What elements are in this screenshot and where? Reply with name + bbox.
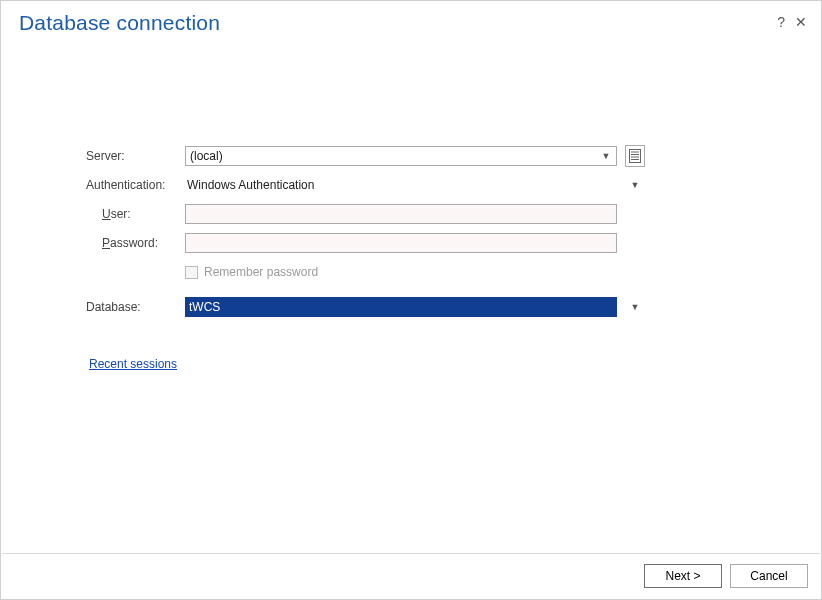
recent-sessions-link[interactable]: Recent sessions	[89, 357, 177, 371]
help-icon[interactable]: ?	[777, 15, 785, 29]
chevron-down-icon: ▼	[599, 151, 613, 161]
database-label: Database:	[86, 300, 185, 314]
server-row: Server: (local) ▼	[86, 145, 746, 167]
authentication-label: Authentication:	[86, 178, 185, 192]
titlebar-buttons: ? ✕	[777, 11, 807, 29]
connection-form: Server: (local) ▼ Authentication:	[86, 145, 746, 325]
dialog-footer: Next > Cancel	[2, 553, 820, 598]
remember-row: Remember password	[86, 261, 746, 283]
password-row: Password:	[86, 232, 746, 254]
server-value: (local)	[190, 149, 599, 163]
user-input[interactable]	[185, 204, 617, 224]
password-label: Password:	[86, 236, 185, 250]
server-combo[interactable]: (local) ▼	[185, 146, 617, 166]
user-label: User:	[86, 207, 185, 221]
authentication-row: Authentication: Windows Authentication ▼	[86, 174, 746, 196]
dialog-title: Database connection	[19, 11, 220, 35]
server-browse-button[interactable]	[625, 145, 645, 167]
next-button[interactable]: Next >	[644, 564, 722, 588]
close-icon[interactable]: ✕	[795, 15, 807, 29]
database-value: tWCS	[189, 300, 220, 314]
chevron-down-icon[interactable]: ▼	[628, 180, 642, 190]
authentication-value: Windows Authentication	[187, 178, 614, 192]
user-row: User:	[86, 203, 746, 225]
checkbox-icon	[185, 266, 198, 279]
titlebar: Database connection ? ✕	[1, 1, 821, 35]
password-input[interactable]	[185, 233, 617, 253]
server-list-icon	[629, 149, 641, 163]
database-combo[interactable]: tWCS	[185, 297, 617, 317]
cancel-button[interactable]: Cancel	[730, 564, 808, 588]
chevron-down-icon[interactable]: ▼	[628, 302, 642, 312]
svg-rect-0	[630, 150, 641, 163]
database-row: Database: tWCS ▼	[86, 296, 746, 318]
remember-label: Remember password	[204, 265, 318, 279]
authentication-combo[interactable]: Windows Authentication	[185, 175, 617, 195]
remember-checkbox[interactable]: Remember password	[185, 262, 617, 282]
server-label: Server:	[86, 149, 185, 163]
